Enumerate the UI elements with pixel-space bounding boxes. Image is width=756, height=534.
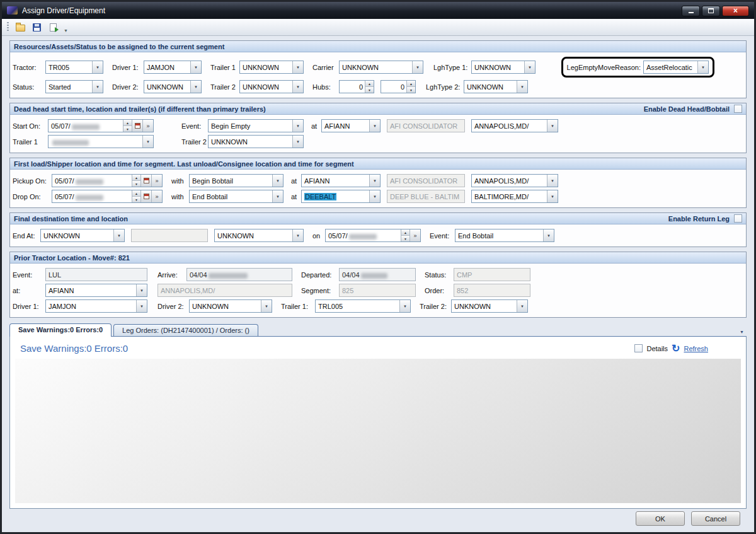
tractor-combo[interactable]: TR005▼	[45, 61, 103, 74]
dh-trailer2-combo[interactable]: UNKNOWN▼	[208, 135, 304, 148]
chevron-down-icon[interactable]: ▼	[547, 190, 558, 202]
pickup-location-city-combo[interactable]: ANNAPOLIS,MD/▼	[471, 174, 558, 187]
chevron-down-icon[interactable]: ▼	[369, 190, 380, 202]
chevron-down-icon[interactable]: ▼	[412, 61, 423, 73]
prior-trailer1-combo[interactable]: TRL005▼	[315, 299, 411, 313]
leg-empty-move-reason-combo[interactable]: AssetRelocatic▼	[643, 61, 709, 74]
lghtype2-combo[interactable]: UNKNOWN▼	[464, 80, 528, 93]
chevron-down-icon[interactable]: ▼	[543, 229, 554, 241]
spinner-up-icon[interactable]: ▲	[401, 229, 410, 236]
chevron-down-icon[interactable]: ▼	[292, 229, 303, 241]
chevron-down-icon[interactable]: ▼	[517, 300, 527, 312]
chevron-down-icon[interactable]: ▼	[697, 61, 708, 73]
cancel-button[interactable]: Cancel	[691, 511, 740, 526]
carrier-combo[interactable]: UNKNOWN▼	[339, 61, 423, 74]
spinner-up-icon[interactable]: ▲	[132, 190, 140, 197]
ok-button[interactable]: OK	[636, 511, 685, 526]
drop-event-combo[interactable]: End Bobtail▼	[189, 190, 284, 203]
chevron-down-icon[interactable]: ▼	[524, 61, 535, 73]
chevron-down-icon[interactable]: ▼	[547, 120, 558, 132]
more-button[interactable]: »	[151, 175, 162, 187]
chevron-down-icon[interactable]: ▼	[136, 284, 147, 296]
chevron-down-icon[interactable]: ▼	[292, 81, 303, 93]
chevron-down-icon[interactable]: ▼	[92, 61, 103, 73]
spinner-up-icon[interactable]: ▲	[123, 120, 132, 126]
pickup-event-combo[interactable]: Begin Bobtail▼	[189, 174, 284, 187]
lghtype1-combo[interactable]: UNKNOWN▼	[471, 61, 536, 74]
prior-at-combo[interactable]: AFIANN▼	[45, 284, 147, 297]
chevron-down-icon[interactable]: ▼	[369, 175, 380, 187]
prior-trailer2-combo[interactable]: UNKNOWN▼	[451, 299, 528, 313]
start-on-date-field[interactable]: 05/07/ ▲▼ »	[48, 119, 154, 132]
chevron-down-icon[interactable]: ▼	[517, 81, 527, 93]
more-button[interactable]: »	[410, 229, 420, 241]
chevron-down-icon[interactable]: ▼	[113, 229, 124, 241]
dh-location-code-combo[interactable]: AFIANN▼	[321, 119, 381, 132]
spinner-down-icon[interactable]: ▼	[132, 197, 140, 202]
chevron-down-icon[interactable]: ▼	[261, 300, 272, 312]
hubs2-stepper[interactable]: 0▲▼	[381, 80, 416, 93]
enable-return-leg-checkbox[interactable]	[734, 214, 742, 223]
toolbar-grip-icon[interactable]	[7, 22, 9, 32]
chevron-down-icon[interactable]: ▼	[142, 136, 153, 148]
save-button[interactable]	[29, 20, 44, 34]
chevron-down-icon[interactable]: ▼	[272, 175, 283, 187]
chevron-down-icon[interactable]: ▼	[190, 61, 201, 73]
fd-event-combo[interactable]: End Bobtail▼	[455, 229, 554, 242]
spinner-up-icon[interactable]: ▲	[365, 81, 374, 87]
refresh-icon[interactable]: ↻	[672, 344, 680, 353]
chevron-down-icon[interactable]: ▼	[292, 120, 303, 132]
status-combo[interactable]: Started▼	[45, 80, 103, 93]
spinner-up-icon[interactable]: ▲	[407, 81, 415, 87]
details-checkbox[interactable]	[634, 344, 643, 352]
calendar-button[interactable]	[140, 175, 151, 187]
spinner-down-icon[interactable]: ▼	[365, 87, 374, 93]
chevron-down-icon[interactable]: ▼	[136, 300, 147, 312]
driver1-combo[interactable]: JAMJON▼	[144, 61, 202, 74]
dh-trailer1-combo[interactable]: ▼	[48, 135, 154, 148]
trailer2-combo[interactable]: UNKNOWN▼	[239, 80, 304, 93]
prior-driver1-combo[interactable]: JAMJON▼	[45, 299, 147, 313]
drop-location-city-combo[interactable]: BALTIMORE,MD/▼	[471, 190, 558, 203]
spinner-down-icon[interactable]: ▼	[123, 126, 132, 132]
chevron-down-icon[interactable]: ▼	[292, 136, 303, 148]
drop-location-code-combo[interactable]: DEEBALT▼	[301, 190, 381, 203]
open-button[interactable]	[13, 20, 28, 34]
dh-event-combo[interactable]: Begin Empty▼	[208, 119, 304, 132]
tab-list-dropdown-button[interactable]: ▼	[737, 330, 747, 336]
chevron-down-icon[interactable]: ▼	[292, 61, 303, 73]
chevron-down-icon[interactable]: ▼	[369, 120, 380, 132]
end-at-code-combo[interactable]: UNKNOWN▼	[40, 229, 125, 242]
drop-date-field[interactable]: 05/07/ ▲▼ »	[52, 190, 163, 203]
end-at-city-combo[interactable]: UNKNOWN▼	[214, 229, 304, 242]
chevron-down-icon[interactable]: ▼	[92, 81, 103, 93]
calendar-button[interactable]	[132, 120, 142, 132]
hubs1-stepper[interactable]: 0▲▼	[339, 80, 374, 93]
spinner-down-icon[interactable]: ▼	[401, 236, 410, 241]
spinner-down-icon[interactable]: ▼	[407, 87, 415, 93]
dh-location-city-combo[interactable]: ANNAPOLIS,MD/▼	[471, 119, 558, 132]
chevron-down-icon[interactable]: ▼	[272, 190, 283, 202]
refresh-link[interactable]: Refresh	[684, 345, 708, 352]
pickup-location-code-combo[interactable]: AFIANN▼	[301, 174, 381, 187]
calendar-button[interactable]	[140, 190, 151, 202]
trailer1-combo[interactable]: UNKNOWN▼	[239, 61, 304, 74]
enable-deadhead-checkbox[interactable]	[734, 105, 742, 113]
prior-driver2-combo[interactable]: UNKNOWN▼	[189, 299, 272, 313]
maximize-button[interactable]	[702, 6, 720, 16]
minimize-button[interactable]	[682, 6, 700, 16]
spinner-down-icon[interactable]: ▼	[132, 181, 140, 187]
chevron-down-icon[interactable]: ▼	[399, 300, 410, 312]
export-button[interactable]	[45, 20, 60, 34]
chevron-down-icon[interactable]: ▼	[190, 81, 201, 93]
more-button[interactable]: »	[142, 120, 153, 132]
tab-save-warnings[interactable]: Save Warnings:0 Errors:0	[9, 323, 112, 337]
pickup-date-field[interactable]: 05/07/ ▲▼ »	[52, 174, 163, 187]
close-button[interactable]: ×	[722, 6, 749, 16]
toolbar-overflow-button[interactable]: ▼	[62, 28, 70, 35]
driver2-combo[interactable]: UNKNOWN▼	[144, 80, 202, 93]
end-date-field[interactable]: 05/07/ ▲▼ »	[325, 229, 421, 242]
chevron-down-icon[interactable]: ▼	[547, 175, 558, 187]
tab-leg-orders[interactable]: Leg Orders: (DH2147400001) / Orders: ()	[113, 324, 258, 336]
more-button[interactable]: »	[151, 190, 162, 202]
